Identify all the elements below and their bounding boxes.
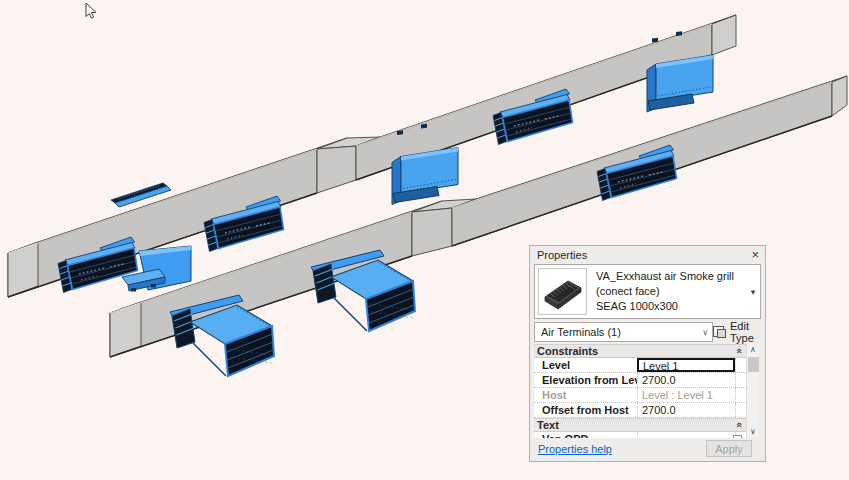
type-selector[interactable]: VA_Exxhaust air Smoke grill (conect face… [534,264,761,319]
scrollbar-thumb[interactable] [748,357,759,372]
property-row-offset: Offset from Host 2700.0 [534,403,746,418]
edit-type-button[interactable]: Edit Type [713,322,763,342]
type-name-line1: VA_Exxhaust air Smoke grill [596,269,746,284]
property-label: Offset from Host [534,403,637,417]
property-label: Level [534,358,637,372]
apply-button[interactable]: Apply [706,440,752,457]
property-label: Elevation from Level [534,373,637,387]
scroll-up-button[interactable]: ∧ [747,344,760,356]
element-filter-dropdown[interactable]: Air Terminals (1) ∨ [534,322,713,342]
section-header-constraints[interactable]: Constraints « [534,344,746,358]
close-icon[interactable]: × [751,250,759,260]
property-value-elevation[interactable]: 2700.0 [637,373,735,387]
element-filter-value: Air Terminals (1) [541,326,621,338]
type-name-line2: (conect face) [596,284,746,299]
collapse-section-icon[interactable]: « [735,348,743,354]
type-name-line3: SEAG 1000x300 [596,299,746,314]
edit-type-icon [713,326,726,338]
property-label: Host [534,388,637,402]
property-value-offset[interactable]: 2700.0 [637,403,735,417]
chevron-down-icon: ∨ [702,328,708,337]
property-row-host: Host Level : Level 1 [534,388,746,403]
edit-type-label: Edit Type [730,320,763,344]
property-row-elevation: Elevation from Level 2700.0 [534,373,746,388]
type-selector-dropdown-icon[interactable]: ▾ [746,287,760,297]
property-value-host: Level : Level 1 [637,388,735,402]
property-value-level[interactable]: Level 1 [637,358,735,372]
property-row-level: Level Level 1 [534,358,746,373]
section-label: Text [537,419,559,431]
section-header-text[interactable]: Text « [534,418,746,432]
property-grid: Constraints « Level Level 1 Elevation fr… [534,344,746,438]
revit-3d-view: Properties × VA_Exxhaust air Smoke grill… [0,0,849,480]
panel-title-bar: Properties × [530,246,765,264]
properties-help-link[interactable]: Properties help [538,443,612,455]
panel-footer: Properties help Apply [530,436,765,461]
properties-palette: Properties × VA_Exxhaust air Smoke grill… [529,245,766,462]
section-label: Constraints [537,345,598,357]
scrollbar[interactable]: ∧ ∨ [746,344,759,438]
panel-title: Properties [537,249,587,261]
type-preview-image [538,268,587,315]
collapse-section-icon[interactable]: « [735,422,743,428]
